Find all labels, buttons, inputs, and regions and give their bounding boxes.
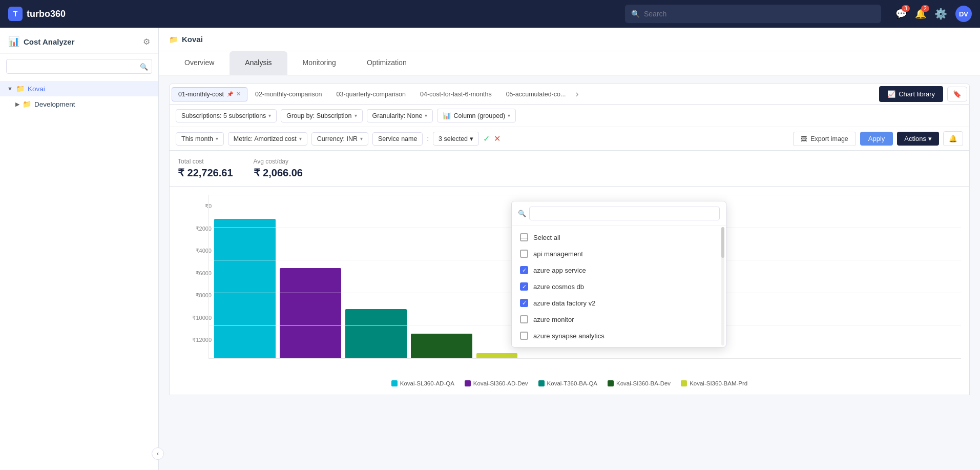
filter-actions: 🖼 Export image Apply Actions ▾ 🔔: [793, 131, 963, 146]
chevron-down-icon: ▾: [470, 135, 473, 142]
metric-filter[interactable]: Metric: Amortized cost ▾: [228, 132, 307, 146]
sidebar-item-development[interactable]: ▶ 📁 Development: [0, 96, 158, 112]
azure-cosmos-db-checkbox[interactable]: ✓: [520, 282, 528, 291]
notification-alerts-btn[interactable]: 🔔 2: [915, 8, 926, 19]
dropdown-item-azure-monitor[interactable]: azure monitor: [512, 311, 726, 328]
legend-item-5: Kovai-SI360-BAM-Prd: [681, 380, 747, 386]
content-header: 📁 Kovai: [159, 28, 980, 51]
apply-button[interactable]: Apply: [860, 132, 893, 146]
dropdown-item-azure-cosmos-db[interactable]: ✓ azure cosmos db: [512, 278, 726, 295]
alerts-badge: 2: [921, 5, 929, 12]
time-period-filter[interactable]: This month ▾: [176, 132, 224, 146]
dropdown-search-input[interactable]: [529, 207, 720, 220]
sidebar-item-kovai[interactable]: ▼ 📁 Kovai: [0, 81, 158, 96]
y-axis: ₹12000 ₹10000 ₹8000 ₹6000 ₹4000 ₹2000 ₹0: [186, 203, 212, 343]
sidebar-search-container: 🔍: [6, 59, 152, 74]
currency-label: Currency: INR: [317, 135, 358, 142]
collapse-sidebar-button[interactable]: ‹: [152, 447, 164, 460]
tab-optimization[interactable]: Optimization: [351, 51, 422, 75]
selected-count-display[interactable]: 3 selected ▾: [433, 132, 479, 146]
sidebar-search-input[interactable]: [6, 59, 152, 74]
clear-filter-icon[interactable]: ✕: [494, 134, 501, 144]
legend-label: Kovai-SI360-AD-Dev: [473, 380, 528, 386]
chart-tab-quarterly-comparison[interactable]: 03-quarterly-comparison: [330, 87, 412, 101]
navbar: T turbo360 🔍 💬 3 🔔 2 ⚙️ DV: [0, 0, 980, 28]
chart-type-filter[interactable]: 📊 Column (grouped) ▾: [437, 109, 516, 122]
legend-dot: [538, 380, 545, 386]
dropdown-item-azure-app-service[interactable]: ✓ azure app service: [512, 262, 726, 278]
total-cost-value: ₹ 22,726.61: [178, 167, 233, 179]
chart-tab-accumulated[interactable]: 05-accumulated-co...: [499, 87, 573, 101]
currency-filter[interactable]: Currency: INR ▾: [311, 132, 368, 146]
tab-monitoring[interactable]: Monitoring: [287, 51, 351, 75]
chart-tab-monthly-comparison[interactable]: 02-monthly-comparison: [248, 87, 329, 101]
sidebar-item-label: Development: [34, 100, 75, 108]
azure-synapse-checkbox[interactable]: [520, 332, 528, 340]
chart-tab-label: 03-quarterly-comparison: [337, 91, 406, 98]
settings-btn[interactable]: ⚙️: [934, 8, 947, 20]
sidebar-settings-icon[interactable]: ⚙: [143, 37, 150, 47]
legend-dot: [608, 380, 614, 386]
chart-tab-last-6-months[interactable]: 04-cost-for-last-6-months: [413, 87, 498, 101]
main-layout: 📊 Cost Analyzer ⚙ 🔍 ▼ 📁 Kovai ▶ 📁 Develo…: [0, 28, 980, 470]
search-icon: 🔍: [631, 10, 640, 18]
chart-library-button[interactable]: 📈 Chart library: [879, 86, 943, 102]
chart-tab-monthly-cost[interactable]: 01-monthly-cost 📌 ✕: [172, 87, 247, 101]
azure-monitor-label: azure monitor: [533, 316, 574, 323]
service-name-filter[interactable]: Service name: [372, 132, 423, 146]
dropdown-scrollbar-thumb: [721, 227, 724, 258]
service-filter-dropdown: 🔍 — Select all api management: [511, 201, 726, 348]
dropdown-item-api-management[interactable]: api management: [512, 246, 726, 262]
sidebar-header: 📊 Cost Analyzer ⚙: [0, 28, 158, 54]
filter-colon: :: [427, 135, 429, 142]
y-label-10000: ₹10000: [186, 315, 212, 321]
chart-tab-label: 01-monthly-cost: [178, 91, 224, 98]
subscriptions-label: Subscriptions: 5 subscriptions: [181, 112, 266, 119]
azure-data-factory-checkbox[interactable]: ✓: [520, 299, 528, 307]
dropdown-item-select-all[interactable]: — Select all: [512, 229, 726, 246]
messages-badge: 3: [902, 5, 910, 12]
folder-icon: 📁: [16, 85, 25, 93]
export-image-label: Export image: [810, 135, 848, 142]
user-avatar[interactable]: DV: [955, 6, 972, 22]
alarm-button[interactable]: 🔔: [943, 131, 963, 146]
chevron-down-icon: ▼: [7, 86, 13, 92]
tab-analysis[interactable]: Analysis: [230, 51, 287, 75]
search-bar[interactable]: 🔍: [625, 5, 881, 23]
close-icon[interactable]: ✕: [236, 91, 241, 97]
subscriptions-filter[interactable]: Subscriptions: 5 subscriptions ▾: [176, 109, 277, 122]
selected-count-text: 3 selected: [439, 135, 468, 142]
legend-item-4: Kovai-SI360-BA-Dev: [608, 380, 671, 386]
filter-row-2: This month ▾ Metric: Amortized cost ▾ Cu…: [170, 127, 969, 150]
api-management-checkbox[interactable]: [520, 250, 528, 258]
sidebar-tree: ▼ 📁 Kovai ▶ 📁 Development: [0, 79, 158, 114]
confirm-check-icon[interactable]: ✓: [483, 134, 490, 144]
export-image-button[interactable]: 🖼 Export image: [793, 132, 856, 146]
chart-tabs-bar: 01-monthly-cost 📌 ✕ 02-monthly-compariso…: [169, 84, 970, 105]
app-logo[interactable]: T turbo360: [8, 7, 66, 21]
dropdown-scrollbar[interactable]: [721, 227, 724, 345]
legend-dot: [681, 380, 687, 386]
search-input[interactable]: [644, 10, 875, 18]
group-by-filter[interactable]: Group by: Subscription ▾: [281, 109, 362, 122]
tab-overview[interactable]: Overview: [169, 51, 230, 75]
legend-label: Kovai-T360-BA-QA: [547, 380, 597, 386]
azure-app-service-checkbox[interactable]: ✓: [520, 266, 528, 274]
chart-tab-label: 05-accumulated-co...: [506, 91, 566, 98]
legend-dot: [391, 380, 398, 386]
y-label-8000: ₹8000: [186, 292, 212, 299]
select-all-checkbox[interactable]: —: [520, 233, 528, 241]
granularity-filter[interactable]: Granularity: None ▾: [367, 109, 433, 122]
azure-monitor-checkbox[interactable]: [520, 315, 528, 323]
dropdown-item-azure-synapse[interactable]: azure synapse analytics: [512, 328, 726, 344]
dropdown-item-azure-data-factory[interactable]: ✓ azure data factory v2: [512, 295, 726, 311]
more-tabs-icon[interactable]: ›: [573, 89, 580, 99]
chevron-down-icon: ▾: [355, 113, 357, 118]
dropdown-search-icon: 🔍: [518, 210, 526, 217]
actions-button[interactable]: Actions ▾: [897, 132, 939, 146]
legend-dot: [465, 380, 471, 386]
bookmark-button[interactable]: 🔖: [947, 87, 967, 101]
main-tabs: Overview Analysis Monitoring Optimizatio…: [159, 51, 980, 75]
notification-messages-btn[interactable]: 💬 3: [895, 8, 907, 19]
y-label-12000: ₹12000: [186, 337, 212, 343]
